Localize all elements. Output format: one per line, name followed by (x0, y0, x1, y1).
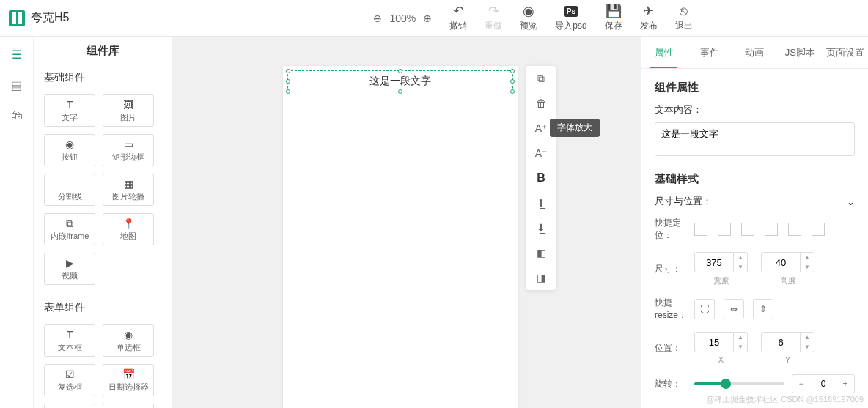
component-label: 内嵌iframe (51, 231, 89, 242)
component-icon: — (65, 178, 75, 190)
component-card[interactable]: ☑复选框 (44, 364, 95, 396)
align-center-button[interactable] (718, 223, 731, 236)
undo-button[interactable]: ↶ 撤销 (449, 4, 467, 32)
spin-up[interactable]: ▲ (801, 253, 814, 262)
component-card[interactable]: ◉按钮 (44, 134, 95, 166)
component-card[interactable]: —分割线 (44, 174, 95, 206)
resize-full-button[interactable]: ⛶ (694, 299, 715, 319)
resize-handle[interactable] (286, 89, 290, 94)
bold-button[interactable]: B (526, 166, 556, 190)
copy-button[interactable]: ⧉ (526, 66, 556, 91)
tab-页面设置[interactable]: 页面设置 (823, 37, 868, 68)
canvas-area[interactable]: 这是一段文字 ⧉ 🗑 A⁺ A⁻ B ⬆̲ ⬇̲ ◧ ◨ 字体放大 (173, 37, 641, 408)
selected-text-element[interactable]: 这是一段文字 (287, 70, 513, 92)
resize-handle[interactable] (398, 69, 402, 73)
import-psd-button[interactable]: Ps 导入psd (555, 4, 586, 32)
preview-button[interactable]: ◉ 预览 (520, 4, 537, 32)
spin-down[interactable]: ▼ (734, 262, 747, 272)
x-input[interactable]: ▲▼ (694, 332, 748, 352)
layer-back-button[interactable]: ◨ (526, 265, 556, 290)
zoom-in-icon[interactable]: ⊕ (423, 12, 432, 24)
component-label: 视频 (62, 270, 78, 281)
exit-icon: ⎋ (680, 4, 688, 18)
component-card[interactable]: ⊟日期时间 (103, 404, 154, 408)
font-decrease-button[interactable]: A⁻ (526, 141, 556, 166)
component-card[interactable]: ▶视频 (44, 253, 95, 285)
section-title: 基础样式 (655, 172, 855, 186)
redo-button[interactable]: ↷ 重做 (485, 4, 502, 32)
align-top-button[interactable] (765, 223, 778, 236)
zoom-out-icon[interactable]: ⊖ (373, 12, 382, 24)
toolbar: ⊖ 100% ⊕ ↶ 撤销 ↷ 重做 ◉ 预览 Ps 导入psd 💾 保存 ✈ … (207, 4, 859, 32)
zoom-group: ⊖ 100% ⊕ (373, 12, 432, 24)
align-bottom-button[interactable] (812, 223, 825, 236)
spin-up[interactable]: ▲ (801, 333, 814, 342)
chevron-down-icon[interactable]: ⌄ (847, 196, 855, 207)
resize-handle[interactable] (286, 79, 290, 84)
right-panel: 属性事件动画JS脚本页面设置 组件属性 文本内容： 基础样式 尺寸与位置： ⌄ … (641, 37, 868, 408)
delete-button[interactable]: 🗑 (526, 91, 556, 116)
layer-front-button[interactable]: ◧ (526, 240, 556, 265)
canvas[interactable]: 这是一段文字 (283, 66, 518, 408)
resize-width-button[interactable]: ⇔ (724, 299, 744, 319)
spin-up[interactable]: ▲ (734, 333, 747, 342)
tab-动画[interactable]: 动画 (732, 37, 778, 68)
undo-icon: ↶ (453, 4, 464, 18)
align-left-button[interactable] (694, 223, 707, 236)
tab-JS脚本[interactable]: JS脚本 (777, 37, 823, 68)
rotate-plus[interactable]: + (836, 379, 854, 389)
logo-icon (9, 10, 25, 26)
component-card[interactable]: ◉单选框 (103, 324, 154, 357)
component-label: 分割线 (58, 191, 82, 202)
align-right-button[interactable] (741, 223, 754, 236)
align-bottom-button[interactable]: ⬇̲ (526, 215, 556, 240)
tab-事件[interactable]: 事件 (687, 37, 732, 68)
component-card[interactable]: ⊟时间选择器 (44, 404, 95, 408)
resize-handle[interactable] (510, 79, 515, 84)
rail-assets[interactable]: 🛍 (8, 107, 26, 125)
resize-handle[interactable] (510, 89, 515, 94)
tab-属性[interactable]: 属性 (641, 37, 687, 68)
spin-down[interactable]: ▼ (801, 262, 814, 272)
spin-up[interactable]: ▲ (734, 253, 747, 262)
resize-handle[interactable] (398, 89, 402, 94)
spin-down[interactable]: ▼ (801, 342, 814, 352)
component-icon: T (67, 329, 73, 341)
component-icon: ⧉ (66, 218, 73, 229)
resize-handle[interactable] (510, 69, 515, 73)
component-card[interactable]: 🖼图片 (103, 94, 154, 127)
height-input[interactable]: ▲▼ (761, 252, 814, 272)
resize-height-button[interactable]: ⇕ (753, 299, 773, 319)
exit-button[interactable]: ⎋ 退出 (675, 4, 693, 32)
component-card[interactable]: 📍地图 (103, 213, 154, 245)
spin-down[interactable]: ▼ (734, 342, 747, 352)
publish-button[interactable]: ✈ 发布 (640, 4, 658, 32)
redo-icon: ↷ (488, 4, 499, 18)
y-input[interactable]: ▲▼ (761, 332, 814, 352)
resize-handle[interactable] (286, 69, 290, 73)
component-icon: ▦ (124, 178, 133, 190)
component-card[interactable]: ▭矩形边框 (103, 134, 154, 166)
component-card[interactable]: T文字 (44, 94, 95, 127)
text-content-input[interactable] (655, 122, 855, 156)
align-top-button[interactable]: ⬆̲ (526, 190, 556, 215)
component-card[interactable]: ▦图片轮播 (103, 174, 154, 206)
rotate-slider[interactable] (694, 382, 784, 385)
rotate-label: 旋转： (655, 378, 687, 390)
ps-icon: Ps (564, 4, 578, 18)
rotate-minus[interactable]: − (792, 379, 810, 389)
rail-components[interactable]: ☰ (8, 45, 26, 63)
rail-pages[interactable]: ▤ (8, 76, 26, 94)
component-card[interactable]: ⧉内嵌iframe (44, 213, 95, 245)
slider-thumb[interactable] (721, 379, 731, 389)
component-card[interactable]: T文本框 (44, 324, 95, 357)
component-card[interactable]: 📅日期选择器 (103, 364, 154, 396)
width-input[interactable]: ▲▼ (694, 252, 748, 272)
component-label: 复选框 (58, 382, 82, 393)
eye-icon: ◉ (523, 4, 534, 18)
component-icon: 📍 (122, 218, 135, 229)
header: 夸克H5 ⊖ 100% ⊕ ↶ 撤销 ↷ 重做 ◉ 预览 Ps 导入psd 💾 … (0, 0, 868, 37)
align-middle-button[interactable] (788, 223, 801, 236)
save-button[interactable]: 💾 保存 (605, 4, 622, 32)
component-label: 文本框 (58, 342, 82, 353)
